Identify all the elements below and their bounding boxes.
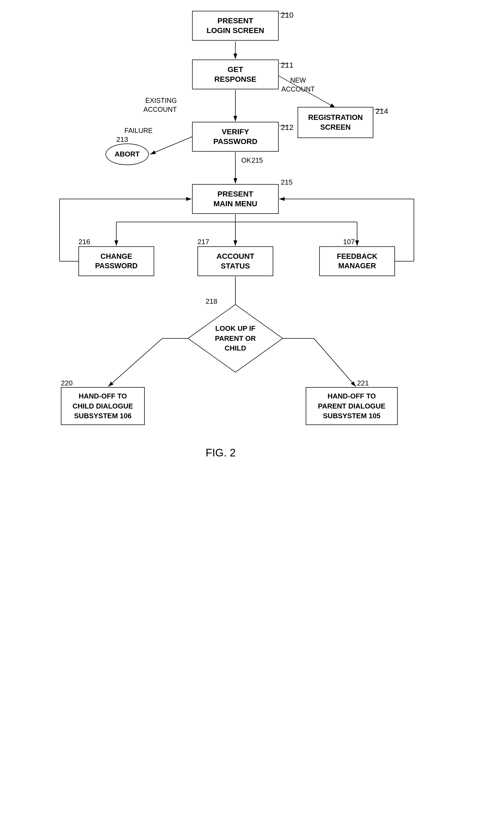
label-new-account: NEW ACCOUNT bbox=[281, 76, 315, 93]
diagram-container: PRESENT LOGIN SCREEN 210 GET RESPONSE 21… bbox=[0, 0, 504, 817]
ref-line-212 bbox=[279, 122, 290, 127]
ref-220: 220 bbox=[61, 379, 73, 387]
ref-218: 218 bbox=[206, 297, 217, 306]
ref-216: 216 bbox=[78, 238, 90, 246]
node-feedback-manager: FEEDBACK MANAGER bbox=[319, 246, 395, 276]
svg-line-4 bbox=[150, 137, 192, 154]
node-present-login-screen: PRESENT LOGIN SCREEN bbox=[192, 11, 279, 41]
node-handoff-child: HAND-OFF TO CHILD DIALOGUE SUBSYSTEM 106 bbox=[61, 387, 145, 425]
ref-line-214 bbox=[374, 106, 385, 111]
ref-107: 107 bbox=[343, 238, 355, 246]
ref-215: 215 bbox=[281, 178, 292, 186]
ref-213: 213 bbox=[116, 135, 128, 144]
node-get-response: GET RESPONSE bbox=[192, 60, 279, 89]
node-abort: ABORT bbox=[106, 143, 149, 165]
svg-line-19 bbox=[108, 338, 162, 386]
label-failure: FAILURE bbox=[124, 127, 153, 134]
ref-line-210 bbox=[279, 9, 290, 15]
node-lookup-diamond: LOOK UP IF PARENT OR CHILD bbox=[187, 303, 284, 373]
ref-221: 221 bbox=[357, 379, 369, 387]
figure-label: FIG. 2 bbox=[206, 447, 236, 459]
node-account-status: ACCOUNT STATUS bbox=[197, 246, 273, 276]
node-verify-password: VERIFY PASSWORD bbox=[192, 122, 279, 152]
label-existing-account: EXISTING ACCOUNT bbox=[143, 96, 177, 114]
label-ok: OK bbox=[241, 156, 251, 164]
node-change-password: CHANGE PASSWORD bbox=[78, 246, 154, 276]
ref-215-ok: 215 bbox=[252, 156, 263, 164]
ref-line-211 bbox=[279, 60, 290, 65]
node-handoff-parent: HAND-OFF TO PARENT DIALOGUE SUBSYSTEM 10… bbox=[306, 387, 398, 425]
node-present-main-menu: PRESENT MAIN MENU bbox=[192, 184, 279, 214]
svg-line-21 bbox=[314, 338, 356, 386]
node-registration-screen: REGISTRATION SCREEN bbox=[298, 107, 373, 138]
ref-217: 217 bbox=[197, 238, 209, 246]
